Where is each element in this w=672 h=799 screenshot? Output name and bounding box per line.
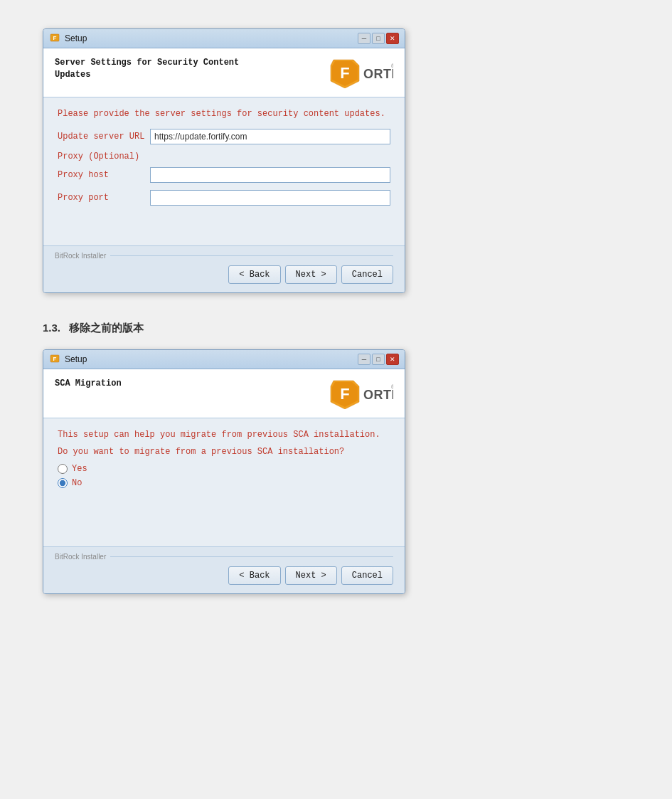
setup-icon-2: F [49,354,60,365]
next-button-2[interactable]: Next > [285,566,337,585]
dialog-body-2: This setup can help you migrate from pre… [43,418,405,546]
title-bar-text-1: Setup [65,33,87,43]
title-bar-text-2: Setup [65,354,87,364]
maximize-button-1[interactable]: □ [372,33,385,44]
fortify-logo-2: F ORTIFY ® [329,378,393,409]
section-number: 1.3. [43,322,60,334]
maximize-button-2[interactable]: □ [372,354,385,365]
radio-no-row: No [58,478,390,488]
radio-no-label: No [72,478,82,488]
question-text: Do you want to migrate from a previous S… [58,447,390,457]
title-bar-1: F Setup ─ □ ✕ [43,29,405,48]
svg-text:F: F [340,64,349,82]
title-bar-left-2: F Setup [49,354,87,365]
section-heading: 1.3. 移除之前的版本 [43,322,629,335]
cancel-button-1[interactable]: Cancel [341,265,393,284]
dialog-title-2: SCA Migration [55,378,122,390]
radio-no[interactable] [58,478,68,488]
close-button-1[interactable]: ✕ [386,33,399,44]
proxy-host-row: Proxy host [58,167,390,183]
footer-brand-1: BitRock Installer [55,252,393,260]
close-button-2[interactable]: ✕ [386,354,399,365]
svg-text:ORTIFY: ORTIFY [363,67,393,81]
svg-text:®: ® [391,383,393,391]
url-label: Update server URL [58,132,150,142]
proxy-optional-label: Proxy (Optional) [58,152,390,162]
cancel-button-2[interactable]: Cancel [341,566,393,585]
radio-group: Yes No [58,464,390,488]
back-button-1[interactable]: < Back [228,265,280,284]
sca-migration-dialog: F Setup ─ □ ✕ SCA Migration F ORTIFY ® [43,349,405,594]
dialog-header-1: Server Settings for Security ContentUpda… [43,48,405,97]
radio-yes-row: Yes [58,464,390,474]
radio-yes-label: Yes [72,464,87,474]
dialog-footer-2: BitRock Installer < Back Next > Cancel [43,546,405,593]
back-button-2[interactable]: < Back [228,566,280,585]
proxy-port-label: Proxy port [58,193,150,203]
proxy-port-input[interactable] [150,190,390,206]
minimize-button-1[interactable]: ─ [358,33,370,44]
svg-text:ORTIFY: ORTIFY [363,388,393,402]
svg-text:®: ® [391,63,393,70]
dialog-title-1: Server Settings for Security ContentUpda… [55,57,239,81]
svg-text:F: F [340,385,349,403]
url-row: Update server URL [58,129,390,144]
title-bar-left-1: F Setup [49,33,87,44]
intro-text-1: Please provide the server settings for s… [58,109,390,119]
title-bar-controls-1: ─ □ ✕ [358,33,399,44]
title-bar-controls-2: ─ □ ✕ [358,354,399,365]
url-input[interactable] [150,129,390,144]
fortify-logo-1: F ORTIFY ® [329,57,393,88]
dialog-footer-1: BitRock Installer < Back Next > Cancel [43,245,405,292]
svg-text:F: F [53,356,57,362]
svg-text:F: F [53,35,57,41]
footer-buttons-2: < Back Next > Cancel [55,566,393,585]
title-bar-2: F Setup ─ □ ✕ [43,350,405,369]
dialog-body-1: Please provide the server settings for s… [43,97,405,245]
footer-buttons-1: < Back Next > Cancel [55,265,393,284]
next-button-1[interactable]: Next > [285,265,337,284]
section-title: 移除之前的版本 [69,322,144,335]
proxy-port-row: Proxy port [58,190,390,206]
intro-text-2: This setup can help you migrate from pre… [58,430,390,440]
radio-yes[interactable] [58,464,68,474]
server-settings-dialog: F Setup ─ □ ✕ Server Settings for Securi… [43,28,405,293]
dialog-header-2: SCA Migration F ORTIFY ® [43,369,405,418]
proxy-host-label: Proxy host [58,170,150,180]
proxy-host-input[interactable] [150,167,390,183]
minimize-button-2[interactable]: ─ [358,354,370,365]
footer-brand-2: BitRock Installer [55,553,393,561]
setup-icon: F [49,33,60,44]
